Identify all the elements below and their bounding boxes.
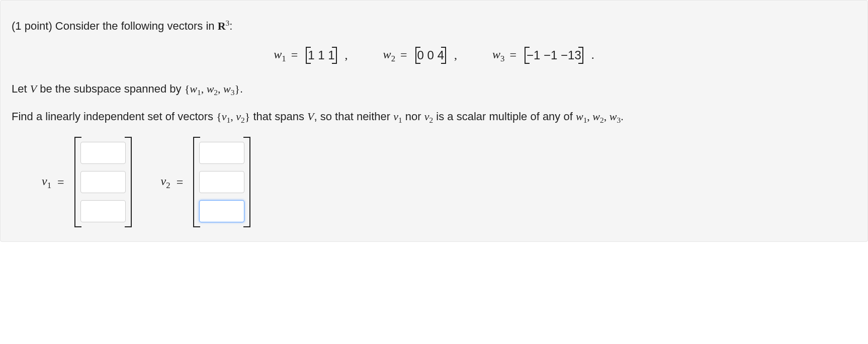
left-bracket-icon: [303, 47, 308, 64]
set-v1: v1: [222, 110, 230, 123]
equals-sign: =: [400, 47, 407, 64]
set-w3: w3: [223, 82, 234, 95]
w3-entry-0: −1: [527, 48, 540, 62]
v1-input-1[interactable]: [80, 171, 126, 193]
v2-input-0[interactable]: [199, 142, 244, 164]
w1-label: w1: [274, 46, 286, 64]
text-spanned-by: be the subspace spanned by: [37, 82, 185, 95]
w2-entry-0: 0: [417, 48, 424, 62]
subspace-line: Let V be the subspace spanned by {w1, w2…: [12, 81, 856, 98]
w3-label: w3: [492, 46, 504, 64]
v2-input-2[interactable]: [199, 200, 244, 222]
intro-text: Consider the following vectors in: [55, 20, 218, 32]
text-scalar: is a scalar multiple of any of: [433, 110, 576, 123]
set-v2: v2: [236, 110, 244, 123]
set-sep: ,: [201, 82, 207, 95]
w1-entry-0: 1: [308, 48, 314, 62]
text-nor: nor: [402, 110, 424, 123]
w2-label: w2: [383, 46, 395, 64]
v1-label: v1: [42, 173, 51, 191]
V-symbol: V: [30, 82, 37, 95]
v1-input-2[interactable]: [80, 200, 126, 222]
v2-label: v2: [161, 173, 170, 191]
text-spans: that spans: [250, 110, 307, 123]
right-bracket-icon: [335, 47, 340, 64]
w2-entry-1: 0: [427, 48, 434, 62]
V-symbol: V: [307, 110, 314, 123]
equals-sign: =: [291, 47, 298, 64]
equals-sign: =: [57, 174, 64, 191]
left-bracket-icon: [412, 47, 417, 64]
text-let: Let: [12, 82, 30, 95]
w2-bracket: 0 0 4: [412, 47, 449, 64]
set-w1: w1: [190, 82, 201, 95]
intro-line: (1 point) Consider the following vectors…: [12, 18, 856, 34]
given-vectors-row: w1 = 1 1 1 , w2 = 0 0: [12, 46, 856, 64]
period: .: [591, 47, 594, 64]
equals-sign: =: [177, 174, 184, 191]
instruction-line: Find a linearly independent set of vecto…: [12, 109, 856, 126]
v1-bracket: [70, 137, 136, 227]
vector-w3: w3 = −1 −1 −13 .: [492, 46, 594, 64]
set-open: {: [216, 110, 222, 123]
space-symbol: R: [218, 20, 226, 32]
period: .: [621, 110, 624, 123]
set-close: }: [234, 82, 240, 95]
period: .: [240, 82, 243, 95]
w1-entry-1: 1: [318, 48, 324, 62]
set-sep: ,: [604, 110, 610, 123]
text-find: Find a linearly independent set of vecto…: [12, 110, 216, 123]
w2-entry-2: 4: [438, 48, 444, 62]
colon: :: [229, 20, 232, 32]
answer-v2: v2 =: [161, 137, 255, 227]
set-close: }: [245, 110, 250, 123]
v1-inline: v1: [393, 110, 402, 123]
v1-input-0[interactable]: [80, 142, 126, 164]
set-sep: ,: [218, 82, 223, 95]
answer-v1: v1 =: [42, 137, 136, 227]
set-w2: w2: [207, 82, 218, 95]
points-label: (1 point): [12, 20, 55, 32]
left-bracket-icon: [189, 137, 196, 227]
v2-bracket: [189, 137, 254, 227]
comma: ,: [454, 47, 457, 64]
vector-w1: w1 = 1 1 1 ,: [274, 46, 348, 64]
w3-entry-1: −1: [544, 48, 557, 62]
set-sep: ,: [587, 110, 592, 123]
set-sep: ,: [230, 110, 236, 123]
right-bracket-icon: [247, 137, 254, 227]
right-bracket-icon: [444, 47, 449, 64]
left-bracket-icon: [70, 137, 77, 227]
w1-entry-2: 1: [328, 48, 334, 62]
v2-inline: v2: [424, 110, 433, 123]
w2-inline: w2: [592, 110, 603, 123]
v2-input-1[interactable]: [199, 171, 244, 193]
problem-container: (1 point) Consider the following vectors…: [0, 0, 868, 242]
equals-sign: =: [509, 47, 516, 64]
vector-w2: w2 = 0 0 4 ,: [383, 46, 457, 64]
right-bracket-icon: [581, 47, 586, 64]
set-open: {: [185, 82, 190, 95]
w1-bracket: 1 1 1: [303, 47, 339, 64]
w3-entry-2: −13: [561, 48, 581, 62]
w3-inline: w3: [610, 110, 621, 123]
left-bracket-icon: [522, 47, 527, 64]
w1-inline: w1: [576, 110, 587, 123]
text-so-that: , so that neither: [314, 110, 394, 123]
answer-row: v1 = v2 =: [12, 137, 856, 227]
w3-bracket: −1 −1 −13: [522, 47, 586, 64]
right-bracket-icon: [129, 137, 136, 227]
comma: ,: [345, 47, 348, 64]
